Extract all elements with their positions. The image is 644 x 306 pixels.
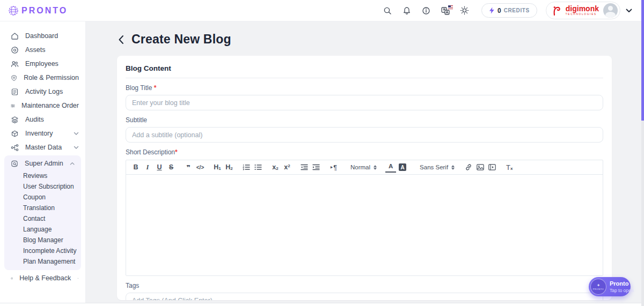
subitem-label: Incomplete Activity	[23, 247, 76, 255]
sub-2: 2	[276, 166, 278, 171]
sidebar-subitem-contact[interactable]: Contact	[4, 213, 81, 224]
bullet-list-icon	[254, 164, 262, 170]
bold-button[interactable]: B	[130, 162, 141, 173]
subtitle-input[interactable]	[126, 127, 603, 143]
short-description-label: Short Description*	[126, 148, 603, 156]
sidebar-item-label: Super Admin	[25, 160, 63, 167]
sidebar-item-maintenance-order[interactable]: Maintenance Order	[0, 99, 85, 113]
subscript-button[interactable]: x2	[270, 162, 281, 173]
top-bar: PRONTO	[0, 0, 644, 21]
sidebar-item-label: Maintenance Order	[21, 102, 79, 109]
blog-content-card: Blog Content Blog Title * Subtitle Short…	[117, 56, 612, 300]
sidebar-item-assets[interactable]: Assets	[0, 43, 85, 57]
sidebar-item-super-admin[interactable]: Super Admin	[4, 156, 81, 170]
sidebar-item-dashboard[interactable]: Dashboard	[0, 29, 85, 43]
back-button[interactable]	[118, 35, 124, 44]
text-color-button[interactable]: A	[385, 162, 396, 173]
sidebar-item-label: Help & Feedback	[19, 274, 71, 282]
clear-formatting-button[interactable]: Tx	[504, 162, 515, 173]
help-chat-icon	[11, 274, 13, 282]
sidebar-item-employees[interactable]: Employees	[0, 57, 85, 71]
sidebar-item-inventory[interactable]: Inventory	[0, 126, 85, 140]
h2-sub: 2	[230, 166, 232, 171]
page-scrollbar-thumb[interactable]	[641, 0, 644, 121]
sidebar-subitem-translation[interactable]: Translation	[4, 203, 81, 213]
background-color-button[interactable]: A	[397, 162, 408, 173]
strikethrough-button[interactable]: S	[166, 162, 177, 173]
code-block-button[interactable]: </>	[195, 162, 206, 173]
font-select[interactable]: Sans Serif	[418, 164, 457, 170]
app-logo[interactable]: PRONTO	[0, 5, 68, 16]
editor-content-area[interactable]	[126, 175, 603, 275]
main-content: Create New Blog Blog Content Blog Title …	[86, 21, 644, 306]
info-button[interactable]	[419, 4, 433, 18]
theme-toggle-button[interactable]	[458, 4, 472, 18]
label-text: Blog Title	[126, 84, 154, 92]
lightning-icon	[489, 7, 495, 14]
info-icon	[422, 6, 430, 15]
sidebar-subitem-blog-manager[interactable]: Blog Manager	[4, 235, 81, 245]
required-asterisk: *	[175, 148, 178, 156]
language-button[interactable]	[438, 4, 452, 18]
box-icon	[11, 130, 19, 138]
subitem-label: Contact	[23, 215, 45, 222]
sidebar-item-help-feedback[interactable]: Help & Feedback	[0, 271, 85, 285]
sidebar-subitem-language[interactable]: Language	[4, 224, 81, 235]
page-scrollbar-track[interactable]	[641, 0, 644, 306]
chevron-down-icon[interactable]	[626, 9, 632, 13]
superscript-button[interactable]: x2	[282, 162, 292, 173]
insert-image-button[interactable]	[475, 162, 486, 173]
home-icon	[11, 32, 19, 40]
link-icon	[465, 163, 472, 171]
italic-button[interactable]: I	[142, 162, 153, 173]
sidebar-item-audits[interactable]: Audits	[0, 113, 85, 126]
underline-button[interactable]: U	[154, 162, 165, 173]
digimonk-wordmark: digimonk TECHNOLOGIES	[566, 5, 599, 16]
blockquote-button[interactable]: ❞	[183, 162, 194, 173]
sidebar-item-label: Master Data	[25, 144, 62, 151]
widget-glyph: ✦	[597, 283, 601, 288]
chevron-down-icon	[74, 132, 79, 136]
bg-a-glyph: A	[399, 163, 406, 171]
credits-badge[interactable]: 0 CREDITS	[481, 3, 537, 18]
sidebar-subitem-incomplete-activity[interactable]: Incomplete Activity	[4, 245, 81, 256]
header-2-button[interactable]: H2	[224, 162, 235, 173]
insert-link-button[interactable]	[463, 162, 474, 173]
format-select-value: Normal	[350, 164, 370, 170]
globe-logo-icon	[8, 5, 19, 16]
indent-button[interactable]	[311, 162, 321, 173]
header-1-button[interactable]: H1	[212, 162, 223, 173]
ordered-list-button[interactable]	[241, 162, 252, 173]
sidebar-subitem-user-subscription[interactable]: User Subscription	[4, 181, 81, 192]
text-direction-button[interactable]: ‣¶	[328, 162, 339, 173]
pronto-widget-button[interactable]: ✦ PRONTO Pronto Tap to open	[589, 277, 631, 296]
image-icon	[477, 164, 484, 170]
insert-video-button[interactable]	[487, 162, 497, 173]
brand-name: digimonk	[566, 5, 599, 12]
subitem-label: User Subscription	[23, 183, 74, 190]
sidebar-item-activity-logs[interactable]: Activity Logs	[0, 85, 85, 99]
rich-text-editor: B I U S ❞ </> H1 H2	[126, 160, 603, 276]
sidebar-item-role-permission[interactable]: Role & Permission	[0, 71, 85, 85]
indent-icon	[312, 164, 320, 170]
sidebar-item-master-data[interactable]: Master Data	[0, 140, 85, 154]
sidebar-subitem-coupon[interactable]: Coupon	[4, 192, 81, 203]
tags-input[interactable]	[126, 293, 603, 300]
user-avatar[interactable]	[603, 3, 618, 18]
sidebar-subitem-plan-management[interactable]: Plan Management	[4, 256, 81, 267]
bullet-list-button[interactable]	[253, 162, 264, 173]
search-button[interactable]	[380, 4, 394, 18]
credits-label: CREDITS	[504, 8, 530, 13]
hierarchy-icon	[11, 144, 19, 152]
sidebar-item-label: Inventory	[25, 130, 53, 137]
profile-menu[interactable]: digimonk TECHNOLOGIES	[546, 2, 620, 19]
format-select[interactable]: Normal	[348, 164, 379, 170]
blog-title-input[interactable]	[126, 95, 603, 110]
notifications-button[interactable]	[400, 4, 414, 18]
outdent-button[interactable]	[299, 162, 310, 173]
h-glyph: H	[214, 163, 218, 171]
brand-subtitle: TECHNOLOGIES	[566, 13, 599, 16]
sidebar-subitem-reviews[interactable]: Reviews	[4, 170, 81, 181]
editor-toolbar: B I U S ❞ </> H1 H2	[126, 160, 603, 175]
us-flag-badge	[448, 5, 453, 9]
